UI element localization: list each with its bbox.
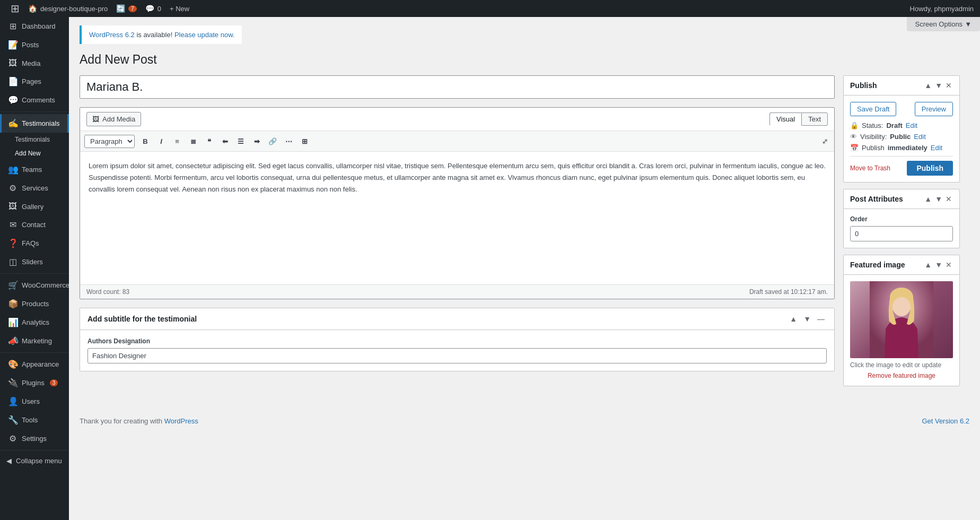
sidebar-item-plugins[interactable]: 🔌 Plugins 3 <box>0 374 69 392</box>
sidebar-item-sliders[interactable]: ◫ Sliders <box>0 253 69 271</box>
sidebar-item-settings[interactable]: ⚙ Settings <box>0 429 69 448</box>
screen-options-button[interactable]: Screen Options ▼ <box>907 17 980 31</box>
editor-content[interactable]: Lorem ipsum dolor sit amet, consectetur … <box>80 152 834 284</box>
post-title-input[interactable] <box>80 75 835 99</box>
ordered-list-button[interactable]: ≣ <box>186 134 200 148</box>
order-input[interactable] <box>850 226 953 241</box>
media-icon: 🖼 <box>8 58 18 68</box>
more-button[interactable]: ⋯ <box>281 134 296 148</box>
sidebar-item-pages[interactable]: 📄 Pages <box>0 72 69 91</box>
add-media-button[interactable]: 🖼 Add Media <box>86 112 141 126</box>
publish-panel-up-btn[interactable]: ▲ <box>923 80 933 91</box>
howdy-text: Howdy, phpmyadmin <box>910 5 974 13</box>
visual-tab[interactable]: Visual <box>769 112 801 126</box>
status-edit-link[interactable]: Edit <box>906 122 917 129</box>
sidebar-item-appearance[interactable]: 🎨 Appearance <box>0 355 69 374</box>
updates-link[interactable]: 🔄 7 <box>112 0 141 17</box>
meta-box-collapse-button[interactable]: — <box>815 314 827 324</box>
publish-action-buttons: Save Draft Preview <box>850 102 953 116</box>
posts-icon: 📝 <box>8 40 18 50</box>
update-now-link[interactable]: Please update now. <box>174 31 234 39</box>
footer-get-version-link[interactable]: Get Version 6.2 <box>922 417 969 425</box>
remove-featured-image-link[interactable]: Remove featured image <box>850 372 953 379</box>
align-center-button[interactable]: ☰ <box>233 134 248 148</box>
move-to-trash-link[interactable]: Move to Trash <box>850 164 890 172</box>
sidebar-label-sliders: Sliders <box>22 258 43 266</box>
post-attributes-down-btn[interactable]: ▼ <box>934 194 943 204</box>
preview-button[interactable]: Preview <box>915 102 953 116</box>
featured-image-up-btn[interactable]: ▲ <box>923 259 933 270</box>
sidebar-item-gallery[interactable]: 🖼 Gallery <box>0 197 69 215</box>
featured-image-down-btn[interactable]: ▼ <box>934 259 943 270</box>
link-button[interactable]: 🔗 <box>265 134 280 148</box>
sidebar-item-faqs[interactable]: ❓ FAQs <box>0 234 69 253</box>
meta-box-down-button[interactable]: ▼ <box>801 314 813 324</box>
sidebar-item-woocommerce[interactable]: 🛒 WooCommerce <box>0 276 69 294</box>
italic-button[interactable]: I <box>154 134 169 148</box>
submenu-add-new[interactable]: Add New <box>0 146 69 160</box>
post-attributes-up-btn[interactable]: ▲ <box>923 194 933 204</box>
sidebar-item-testimonials[interactable]: ✍ Testimonials <box>0 114 69 133</box>
publish-panel-down-btn[interactable]: ▼ <box>934 80 943 91</box>
site-icon: 🏠 <box>28 4 37 13</box>
sliders-icon: ◫ <box>8 257 18 267</box>
sidebar-item-analytics[interactable]: 📊 Analytics <box>0 313 69 332</box>
submenu-testimonials-list[interactable]: Testimonials <box>0 133 69 146</box>
publish-panel-close-btn[interactable]: ✕ <box>944 80 953 91</box>
sidebar-item-contact[interactable]: ✉ Contact <box>0 215 69 234</box>
status-icon: 🔒 <box>850 122 859 129</box>
authors-designation-input[interactable] <box>88 348 827 363</box>
text-tab[interactable]: Text <box>801 112 828 126</box>
plugins-icon: 🔌 <box>8 378 18 388</box>
sidebar-item-users[interactable]: 👤 Users <box>0 392 69 411</box>
table-button[interactable]: ⊞ <box>297 134 312 148</box>
align-left-button[interactable]: ⬅ <box>217 134 232 148</box>
sidebar-item-services[interactable]: ⚙ Services <box>0 179 69 197</box>
post-attributes-header[interactable]: Post Attributes ▲ ▼ ✕ <box>844 189 959 209</box>
sidebar-item-products[interactable]: 📦 Products <box>0 294 69 313</box>
collapse-label: Collapse menu <box>16 457 62 465</box>
sidebar-item-dashboard[interactable]: ⊞ Dashboard <box>0 17 69 36</box>
publish-panel-header[interactable]: Publish ▲ ▼ ✕ <box>844 76 959 96</box>
sidebar-item-tools[interactable]: 🔧 Tools <box>0 411 69 429</box>
visibility-edit-link[interactable]: Edit <box>914 133 925 141</box>
sidebar-item-teams[interactable]: 👥 Teams <box>0 160 69 179</box>
comment-icon: 💬 <box>145 4 154 13</box>
sidebar-item-marketing[interactable]: 📣 Marketing <box>0 332 69 350</box>
post-main: 🖼 Add Media Visual Text Paragraph <box>80 75 835 393</box>
wp-content: WordPress 6.2 is available! Please updat… <box>69 17 980 520</box>
sidebar-label-teams: Teams <box>22 166 42 174</box>
featured-image-close-btn[interactable]: ✕ <box>944 259 953 270</box>
expand-button[interactable]: ⤢ <box>819 136 830 146</box>
post-attributes-close-btn[interactable]: ✕ <box>944 194 953 204</box>
align-right-button[interactable]: ➡ <box>249 134 264 148</box>
footer-thank-you: Thank you for creating with WordPress <box>80 417 198 425</box>
sidebar-label-gallery: Gallery <box>22 203 43 211</box>
footer-thank-you-text: Thank you for creating with <box>80 417 162 425</box>
publish-label: Publish <box>862 144 885 152</box>
wp-logo-link[interactable]: ⊞ <box>6 0 24 17</box>
meta-box-up-button[interactable]: ▲ <box>788 314 799 324</box>
comments-link[interactable]: 💬 0 <box>141 0 165 17</box>
new-content-link[interactable]: + New <box>165 0 194 17</box>
sidebar-item-posts[interactable]: 📝 Posts <box>0 36 69 54</box>
publish-button[interactable]: Publish <box>907 161 953 176</box>
save-draft-button[interactable]: Save Draft <box>850 102 896 116</box>
footer-wordpress-link[interactable]: WordPress <box>164 417 198 425</box>
featured-image-thumbnail[interactable] <box>850 281 953 358</box>
bold-button[interactable]: B <box>138 134 153 148</box>
wordpress-version-link[interactable]: WordPress 6.2 <box>89 31 135 39</box>
publish-time-edit-link[interactable]: Edit <box>931 144 942 152</box>
site-name-link[interactable]: 🏠 designer-boutique-pro <box>24 0 112 17</box>
editor-format-bar: Paragraph Heading 1 Heading 2 Heading 3 … <box>80 131 834 152</box>
update-notice: WordPress 6.2 is available! Please updat… <box>80 25 242 44</box>
post-attributes-title: Post Attributes <box>850 195 903 203</box>
pages-icon: 📄 <box>8 76 18 86</box>
paragraph-format-select[interactable]: Paragraph Heading 1 Heading 2 Heading 3 … <box>84 135 135 148</box>
featured-image-header[interactable]: Featured image ▲ ▼ ✕ <box>844 255 959 275</box>
sidebar-item-comments[interactable]: 💬 Comments <box>0 91 69 109</box>
sidebar-item-media[interactable]: 🖼 Media <box>0 54 69 72</box>
unordered-list-button[interactable]: ≡ <box>170 134 185 148</box>
collapse-menu-item[interactable]: ◀ Collapse menu <box>0 453 69 469</box>
blockquote-button[interactable]: ❝ <box>202 134 216 148</box>
